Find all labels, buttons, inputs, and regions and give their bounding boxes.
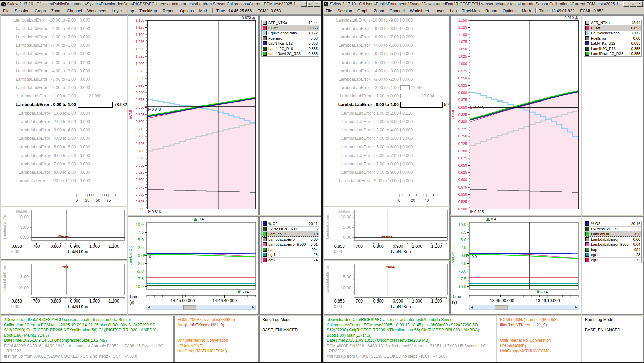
histogram-row[interactable]: LambdaLabError : -1.00 to 0.0027.894 [324,92,449,100]
legend-row[interactable]: LabNTKa_U120.853 [262,41,319,46]
histogram-row[interactable]: LambdaLabError : 7.00 to 8.000.000 [324,160,449,168]
histogram-row[interactable]: LambdaLabError : -7.00 to -6.000.000 [1,41,127,50]
menu-item-math[interactable]: Math [519,9,534,13]
histogram-row[interactable]: LambdaLabError : -8.00 to -7.000.000 [1,33,127,41]
histogram-row[interactable]: LambdaLabError : -4.00 to -3.000.000 [324,67,449,75]
menu-item-channel[interactable]: Channel [387,9,407,13]
menu-item-session[interactable]: Session [335,9,355,13]
histogram-row[interactable]: LambdaLabError : 9.00 to 10.000.000 [1,177,127,185]
menu-item-zoom[interactable]: Zoom [371,9,387,13]
histogram-row[interactable]: LambdaLabError : 4.00 to 5.000.000 [324,134,449,143]
menu-item-lap[interactable]: Lap [447,9,459,13]
histogram-row[interactable]: LambdaLabError : 5.00 to 6.000.000 [324,143,449,151]
maximize-button[interactable]: □ [630,1,636,7]
menu-item-options[interactable]: Options [500,9,519,13]
histogram-row[interactable]: LambdaLabError : -3.00 to -2.000.000 [324,75,449,83]
histogram-row[interactable]: LambdaLabError : 9.00 to 10.000.000 [324,177,449,185]
histogram-row[interactable]: LambdaLabError : -3.00 to -2.000.000 [1,75,127,83]
legend-row[interactable]: AFR_NTKa12.44 [262,20,319,26]
histogram-row[interactable]: LambdaLabError : 5.00 to 6.000.000 [1,143,127,151]
legend-row[interactable]: egt123 [584,252,641,258]
scatter-plot-1[interactable]: #####10.005.000.007000.8000.9001.0001.10… [1,207,127,259]
histogram-row[interactable]: LambdaLabError : 6.00 to 7.000.000 [324,151,449,160]
legend-row[interactable]: egt272 [584,258,641,263]
legend-row[interactable]: LamLabOK0.0 [262,232,319,237]
main-graph[interactable]: 1.1501.1251.1001.0751.0501.0251.0000.975… [128,16,258,215]
menu-item-report[interactable]: Report [482,9,500,13]
histogram-row[interactable]: LambdaLabError : -9.00 to -8.000.000 [324,24,449,33]
legend-row[interactable]: FuelError0.00 [584,36,641,41]
legend-row[interactable]: ECMf0.853 [584,26,641,31]
close-button[interactable]: ✕ [637,1,643,7]
legend-row[interactable]: EquivalenceRatio1.172 [584,31,641,36]
histogram-row[interactable]: LambdaLabError : -6.00 to -5.000.000 [324,50,449,58]
legend-row[interactable]: % O220.11 [262,221,319,227]
histogram-row[interactable]: LambdaLabError : -9.00 to -8.000.000 [1,24,127,33]
legend-row[interactable]: LambdaLabError-f(5000.04 [584,242,641,247]
histogram-row[interactable]: LambdaLabError : 3.00 to 4.000.000 [1,126,127,134]
histogram-row[interactable]: LambdaLabError : -5.00 to -4.000.000 [1,58,127,67]
minimize-button[interactable]: _ [301,1,307,7]
menu-item-graph[interactable]: Graph [355,9,371,13]
scatter-plot-1[interactable]: #####10.005.000.007000.8000.9001.0001.10… [324,207,449,259]
histogram-row[interactable]: LambdaLabError : -10.00 to -9.000.000 [1,16,127,24]
histogram-row[interactable]: LambdaLabError : -1.00 to 0.0021.068 [1,92,127,100]
histogram-row[interactable]: LambdaLabError : 0.00 to 1.0078.932 [1,100,127,109]
legend-row[interactable]: bap994 [262,247,319,253]
histogram-row[interactable]: LambdaLabError : 0.00 to 1.0059.524 [324,100,449,109]
legend-row[interactable]: LambdaLabError0.00 [584,237,641,242]
legend-row[interactable]: LambdaLabError-f(5000.01 [262,242,319,247]
legend-row[interactable]: ECMf0.853 [262,26,319,31]
legend-row[interactable]: Lam4RawL2C_R230.855 [262,51,319,56]
legend-row[interactable]: LabNTKa_U120.853 [584,41,641,46]
legend-row[interactable]: LambdaLabError0.00 [262,237,319,242]
scatter-plot-2[interactable]: -5.00-10.007000.8000.9001.0001.100LabNTK… [1,261,127,314]
histogram-row[interactable]: LambdaLabError : -6.00 to -5.000.000 [1,50,127,58]
menu-item-file[interactable]: File [323,9,335,13]
histogram-row[interactable]: LambdaLabError : -7.00 to -6.000.000 [324,41,449,50]
menu-item-layer[interactable]: Layer [432,9,447,13]
minimize-button[interactable]: _ [623,1,629,7]
histogram-row[interactable]: LambdaLabError : 6.00 to 7.000.000 [1,151,127,160]
menu-item-report[interactable]: Report [160,9,177,13]
menu-item-session[interactable]: Session [12,9,32,13]
histogram-row[interactable]: LambdaLabError : 2.00 to 3.000.000 [1,117,127,126]
legend-row[interactable]: ExPressL2C_R116 [262,227,319,232]
legend-row[interactable]: Lam4RawL2C_R230.855 [584,51,641,56]
histogram-row[interactable]: LambdaLabError : -2.00 to -1.000.000 [1,84,127,92]
legend-row[interactable]: % O220.16 [584,221,641,227]
histogram-row[interactable]: LambdaLabError : -8.00 to -7.000.000 [324,33,449,41]
legend-row[interactable]: EquivalenceRatio1.172 [262,31,319,36]
histogram-row[interactable]: LambdaLabError : 8.00 to 9.000.000 [1,168,127,176]
menu-item-math[interactable]: Math [196,9,211,13]
histogram-row[interactable]: LambdaLabError : -2.00 to -1.0012.466 [324,84,449,92]
histogram-row[interactable]: LambdaLabError : 4.00 to 5.000.000 [1,134,127,143]
main-graph[interactable]: 1.1501.1251.1001.0751.0501.0251.0000.975… [451,16,581,215]
menu-item-trackmap[interactable]: TrackMap [137,9,160,13]
menu-item-graph[interactable]: Graph [32,9,48,13]
menu-item-file[interactable]: File [0,9,12,13]
time-plot[interactable]: 10.07.55.02.50.0-2.5-5.0-7.5-10.0LamLabO… [451,217,581,314]
menu-item-zoom[interactable]: Zoom [48,9,64,13]
histogram-row[interactable]: LambdaLabError : -5.00 to -4.000.000 [324,58,449,67]
time-plot[interactable]: 10.07.55.02.50.0-2.5-5.0-7.5-10.0LamLabO… [128,217,258,314]
menu-item-worksheet[interactable]: Worksheet [407,9,432,13]
maximize-button[interactable]: □ [307,1,313,7]
menu-item-lap[interactable]: Lap [125,9,137,13]
legend-row[interactable]: bap994 [584,247,641,253]
legend-row[interactable]: ExPressL2C_R115 [584,227,641,232]
legend-row[interactable]: egt274 [262,258,319,263]
menu-item-channel[interactable]: Channel [64,9,85,13]
histogram-row[interactable]: LambdaLabError : -4.00 to -3.000.000 [1,67,127,75]
histogram-row[interactable]: LambdaLabError : 8.00 to 9.000.000 [324,168,449,176]
histogram-row[interactable]: LambdaLabError : 1.00 to 2.000.116 [324,109,449,117]
histogram-row[interactable]: LambdaLabError : 7.00 to 8.000.000 [1,160,127,168]
menu-item-layer[interactable]: Layer [109,9,125,13]
legend-row[interactable]: Lam4L2C_R160.855 [584,46,641,52]
histogram-row[interactable]: LambdaLabError : 2.00 to 3.000.000 [324,117,449,126]
histogram-row[interactable]: LambdaLabError : 3.00 to 4.000.000 [324,126,449,134]
histogram-row[interactable]: LambdaLabError : 1.00 to 2.000.000 [1,109,127,117]
legend-row[interactable]: egt125 [262,252,319,258]
close-button[interactable]: ✕ [314,1,320,7]
menu-item-options[interactable]: Options [177,9,196,13]
